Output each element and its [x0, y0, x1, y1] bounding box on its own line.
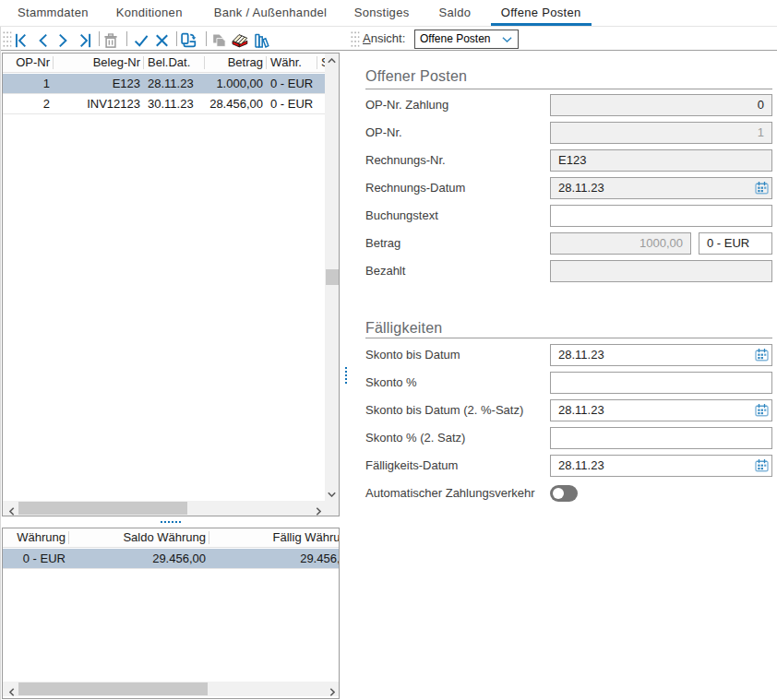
splitter-dot — [164, 521, 166, 523]
vertical-splitter-handle[interactable] — [345, 367, 347, 384]
horizontal-scrollbar-thumb[interactable] — [18, 682, 208, 695]
scroll-right-icon[interactable] — [311, 504, 325, 517]
detail-form: Offener PostenOP-Nr. Zahlung0OP-Nr.1Rech… — [365, 53, 772, 698]
horizontal-splitter-handle[interactable] — [161, 521, 181, 523]
ansicht-view-select[interactable]: Offene Posten — [414, 30, 519, 49]
skonto-bis-datum-2-field-row: Skonto bis Datum (2. %-Satz)28.11.23 — [365, 399, 772, 421]
first-record-button[interactable] — [15, 32, 27, 48]
scroll-up-icon[interactable] — [325, 53, 339, 67]
last-record-button[interactable] — [79, 32, 91, 48]
op-nr-zahlung-field-row: OP-Nr. Zahlung0 — [365, 94, 772, 116]
skonto-prozent-2-field-label: Skonto % (2. Satz) — [365, 427, 465, 449]
betrag-field-label: Betrag — [365, 232, 400, 255]
buchungstext-field-row: Buchungstext — [365, 205, 772, 227]
splitter-dot — [345, 374, 347, 376]
tab-bank-au-enhandel[interactable]: Bank / Außenhandel — [204, 0, 338, 26]
skonto-bis-datum-2-field[interactable]: 28.11.23 — [550, 399, 772, 421]
tab-sonstiges[interactable]: Sonstiges — [344, 0, 420, 26]
tab-konditionen[interactable]: Konditionen — [106, 0, 193, 26]
calendar-icon[interactable] — [755, 458, 769, 472]
grid1-row-1[interactable]: 1E12328.11.231.000,000 - EUR — [3, 74, 325, 94]
op-nr-field-row: OP-Nr.1 — [365, 122, 772, 144]
grid1-cell: 28.456,00 — [205, 94, 267, 113]
grid1-column-header-betrag[interactable]: Betrag — [205, 53, 267, 72]
card-index-button[interactable] — [232, 32, 248, 48]
grid1-cell: INV12123 — [54, 94, 144, 113]
toggle-knob — [553, 488, 564, 499]
books-icon — [255, 33, 269, 48]
grid1-header-row: OP-NrBeleg-NrBel.Dat.BetragWähr.S — [3, 53, 325, 73]
scrollbar-corner — [325, 501, 339, 516]
horizontal-scrollbar-thumb[interactable] — [18, 502, 187, 515]
vertical-scrollbar-thumb[interactable] — [326, 269, 339, 285]
section-heading-f-lligkeiten: Fälligkeiten — [365, 320, 442, 337]
grid1-cell: 1 — [3, 74, 54, 93]
grid2-row-1[interactable]: 0 - EUR29.456,0029.456,00 — [3, 549, 339, 569]
scroll-right-icon[interactable] — [325, 685, 339, 699]
copy-button[interactable] — [212, 32, 226, 48]
grid2-column-header-saldo-w-hrung[interactable]: Saldo Währung — [69, 528, 209, 547]
grid1-column-header-bel-dat[interactable]: Bel.Dat. — [144, 53, 205, 72]
journal-button[interactable] — [255, 32, 269, 48]
toolbar-separator — [206, 31, 207, 46]
splitter-dot — [345, 371, 347, 373]
grid1-row-2[interactable]: 2INV1212330.11.2328.456,000 - EUR — [3, 94, 325, 114]
skonto-prozent-2-field-row: Skonto % (2. Satz) — [365, 427, 772, 449]
betrag-field: 1000,00 — [550, 232, 691, 255]
grid2-column-header-w-hrung[interactable]: Währung — [3, 528, 69, 547]
trash-icon — [104, 33, 117, 48]
grid1-column-header-w-hr[interactable]: Währ. — [267, 53, 317, 72]
previous-record-button[interactable] — [38, 32, 48, 48]
tab-saldo[interactable]: Saldo — [428, 0, 481, 26]
tab-offene-posten[interactable]: Offene Posten — [491, 0, 592, 26]
skonto-prozent-field-label: Skonto % — [365, 372, 417, 394]
next-record-button[interactable] — [58, 32, 68, 48]
faelligkeits-datum-field-value: 28.11.23 — [558, 458, 604, 472]
betrag-currency-box[interactable]: 0 - EUR — [699, 232, 772, 255]
grid1-cell: E123 — [54, 74, 144, 93]
toolbar-drag-handle[interactable] — [3, 31, 13, 52]
automatischer-zahlungsverkehr-toggle-label: Automatischer Zahlungsverkehr — [365, 485, 535, 502]
previous-record-icon — [38, 33, 48, 48]
skonto-bis-datum-field-label: Skonto bis Datum — [365, 344, 460, 366]
grid1-cell: 0 - EUR — [267, 74, 317, 93]
horizontal-scrollbar[interactable] — [3, 682, 339, 696]
scroll-left-icon[interactable] — [5, 685, 18, 699]
grid1-column-header-beleg-nr[interactable]: Beleg-Nr — [54, 53, 144, 72]
card-index-icon — [232, 32, 248, 48]
calendar-icon[interactable] — [755, 181, 769, 195]
confirm-button[interactable] — [134, 32, 149, 48]
skonto-prozent-field[interactable] — [550, 372, 772, 394]
vertical-scrollbar[interactable] — [325, 53, 339, 501]
calendar-icon[interactable] — [755, 348, 769, 362]
rechnungs-nr-field: E123 — [550, 149, 772, 172]
buchungstext-field[interactable] — [550, 205, 772, 227]
bezahlt-field-row: Bezahlt — [365, 260, 772, 282]
toolbar-separator — [176, 31, 177, 46]
delete-button[interactable] — [104, 32, 117, 48]
transfer-record-button[interactable] — [181, 32, 197, 48]
calendar-icon[interactable] — [755, 403, 769, 417]
splitter-dot — [168, 521, 170, 523]
first-record-icon — [15, 33, 27, 48]
grid2-header-row: WährungSaldo WährungFällig Währung — [3, 528, 339, 548]
grid2-column-header-f-llig-w-hrung[interactable]: Fällig Währung — [209, 528, 340, 547]
horizontal-scrollbar[interactable] — [3, 501, 325, 516]
automatischer-zahlungsverkehr-toggle[interactable] — [550, 485, 578, 502]
faelligkeits-datum-field[interactable]: 28.11.23 — [550, 455, 772, 477]
tab-stammdaten[interactable]: Stammdaten — [7, 0, 99, 26]
op-nr-field-value: 1 — [758, 125, 764, 139]
checkmark-icon — [134, 33, 149, 48]
grid1-cell: 28.11.23 — [144, 74, 205, 93]
view-toolbar-drag-handle[interactable] — [351, 31, 361, 52]
skonto-prozent-2-field[interactable] — [550, 427, 772, 449]
cancel-button[interactable] — [155, 32, 169, 48]
grid1-column-header-op-nr[interactable]: OP-Nr — [3, 53, 54, 72]
scroll-down-icon[interactable] — [325, 487, 339, 501]
scroll-left-icon[interactable] — [5, 504, 18, 517]
faelligkeits-datum-field-row: Fälligkeits-Datum28.11.23 — [365, 455, 772, 477]
faelligkeits-datum-field-label: Fälligkeits-Datum — [365, 455, 458, 477]
grid1-cell: 0 - EUR — [267, 94, 317, 113]
chevron-down-icon — [502, 37, 512, 42]
skonto-bis-datum-field[interactable]: 28.11.23 — [550, 344, 772, 366]
